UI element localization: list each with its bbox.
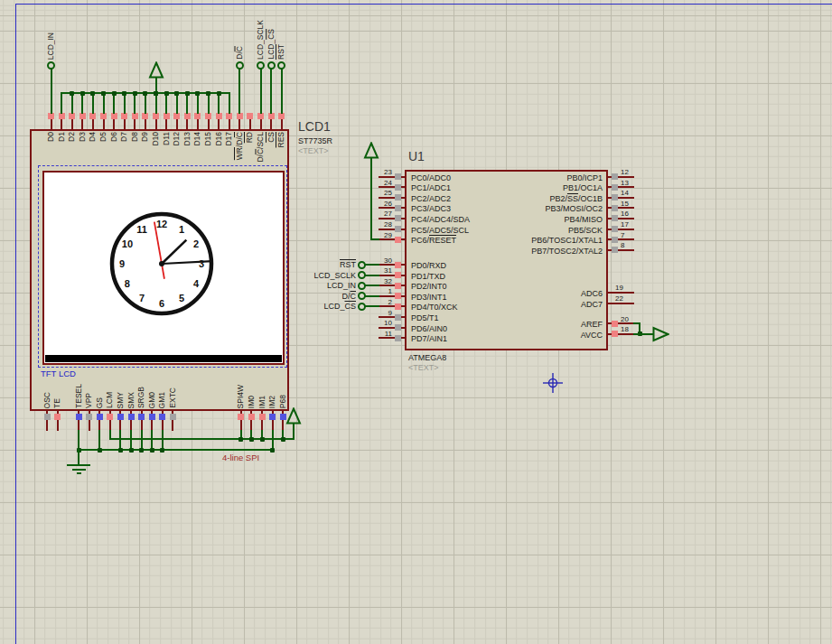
pin-stub[interactable]	[71, 119, 73, 130]
gnd-bus-wire[interactable]	[78, 449, 274, 451]
pin-stub[interactable]	[218, 119, 220, 130]
pin-stub[interactable]	[92, 119, 94, 130]
mcu-pin-name: PD3/INT1	[411, 293, 447, 302]
terminal-label: LCD_CS	[284, 302, 356, 311]
mcu-pin-name: PC3/ADC3	[411, 204, 451, 213]
terminal-LCD_IN[interactable]	[47, 61, 55, 70]
mcu-part-label[interactable]: ATMEGA8	[408, 353, 446, 362]
wire[interactable]	[270, 69, 272, 114]
pin-stub[interactable]	[229, 119, 230, 130]
wire[interactable]	[145, 92, 146, 114]
lcd-part-label[interactable]: ST7735R	[298, 136, 332, 145]
pin-stub[interactable]	[238, 119, 240, 130]
wire[interactable]	[238, 69, 240, 114]
mcu-pin-number: 28	[365, 220, 392, 229]
wire[interactable]	[281, 69, 283, 114]
pin-stub[interactable]	[270, 119, 272, 130]
lcd-pin-name: LCM	[105, 392, 115, 408]
wire[interactable]	[293, 423, 294, 440]
vcc-bus-wire[interactable]	[109, 438, 294, 440]
pin-stub[interactable]	[51, 119, 52, 130]
pin-stub[interactable]	[176, 119, 178, 130]
wire[interactable]	[229, 92, 230, 114]
mcu-pin-indicator	[395, 184, 401, 191]
mcu-text-placeholder[interactable]: <TEXT>	[408, 363, 439, 372]
lcd-pin-name: RD	[245, 132, 255, 143]
lcd-pin-indicator	[44, 414, 51, 420]
lcd-pin-name: D8	[130, 132, 140, 142]
mcu-pin-name: PB7/TOSC2/XTAL2	[494, 247, 603, 256]
wire[interactable]	[81, 92, 83, 114]
lcd-text-placeholder[interactable]: <TEXT>	[298, 146, 329, 155]
wire[interactable]	[364, 275, 379, 276]
wire[interactable]	[260, 69, 262, 114]
mcu-pin-indicator	[395, 314, 401, 321]
mcu-pin-name: PD0/RXD	[411, 261, 446, 270]
pin-stub[interactable]	[145, 119, 146, 130]
wire[interactable]	[218, 92, 220, 114]
mcu-pin-number: 16	[621, 210, 648, 218]
pin-stub[interactable]	[81, 119, 83, 130]
mcu-pin-indicator	[612, 173, 618, 180]
wire[interactable]	[71, 92, 73, 114]
terminal-label: LCD_SCLK	[256, 20, 266, 60]
wire[interactable]	[208, 92, 210, 114]
wire[interactable]	[103, 92, 105, 114]
pin-stub[interactable]	[134, 119, 136, 130]
pin-stub[interactable]	[281, 119, 283, 130]
schematic-canvas[interactable]: TFT LCD LCD1 ST7735R <TEXT> 4-line SPI U…	[0, 0, 832, 644]
pin-stub[interactable]	[61, 119, 62, 130]
terminal-LCD_IN[interactable]	[358, 282, 366, 290]
terminal-RST[interactable]	[358, 261, 366, 269]
terminal-LCD_CS[interactable]	[358, 303, 366, 311]
lcd-pin-indicator	[69, 113, 75, 119]
pin-stub[interactable]	[103, 119, 105, 130]
wire-junction-dot	[139, 448, 144, 453]
mcu-pin-number: 22	[615, 294, 642, 303]
terminal-D/C[interactable]	[358, 292, 366, 300]
wire[interactable]	[134, 92, 136, 114]
wire[interactable]	[155, 92, 157, 114]
mcu-pin-indicator	[395, 335, 401, 341]
wire[interactable]	[364, 285, 379, 286]
pin-stub[interactable]	[249, 119, 251, 130]
pin-stub[interactable]	[165, 119, 167, 130]
lcd-pin-indicator	[111, 113, 117, 119]
terminal-LCD_SCLK[interactable]	[257, 61, 265, 70]
wire[interactable]	[364, 264, 379, 266]
mcu-pin-number: 9	[365, 309, 392, 317]
lcd-pin-name: D2	[67, 132, 77, 142]
wire[interactable]	[92, 92, 94, 114]
pin-stub[interactable]	[186, 119, 188, 130]
terminal-LCD_CS[interactable]	[267, 61, 276, 70]
pin-stub[interactable]	[208, 119, 210, 130]
terminal-D/C[interactable]	[236, 61, 244, 70]
wire[interactable]	[78, 449, 79, 465]
lcd-ref-label[interactable]: LCD1	[298, 120, 331, 134]
terminal-LCD_SCLK[interactable]	[358, 271, 366, 279]
wire[interactable]	[124, 92, 126, 114]
wire-junction-dot	[270, 448, 275, 453]
wire[interactable]	[633, 333, 653, 335]
pin-stub[interactable]	[260, 119, 262, 130]
mcu-pin-indicator	[612, 226, 618, 232]
wire[interactable]	[370, 157, 372, 240]
lcd-pin-name: CS	[266, 132, 276, 143]
mcu-pin-name: PB5/SCK	[494, 226, 603, 235]
wire[interactable]	[364, 295, 379, 297]
wire[interactable]	[186, 92, 188, 114]
wire[interactable]	[364, 305, 379, 307]
wire[interactable]	[176, 92, 178, 114]
wire[interactable]	[51, 69, 52, 114]
pin-stub[interactable]	[155, 119, 157, 130]
wire[interactable]	[165, 92, 167, 114]
mcu-ref-label[interactable]: U1	[408, 150, 425, 163]
spi-note-label[interactable]: 4-line SPI	[222, 453, 259, 462]
wire[interactable]	[197, 92, 199, 114]
wire[interactable]	[113, 92, 115, 114]
terminal-RST[interactable]	[277, 61, 285, 70]
pin-stub[interactable]	[113, 119, 115, 130]
pin-stub[interactable]	[124, 119, 126, 130]
wire[interactable]	[61, 92, 62, 114]
pin-stub[interactable]	[197, 119, 199, 130]
